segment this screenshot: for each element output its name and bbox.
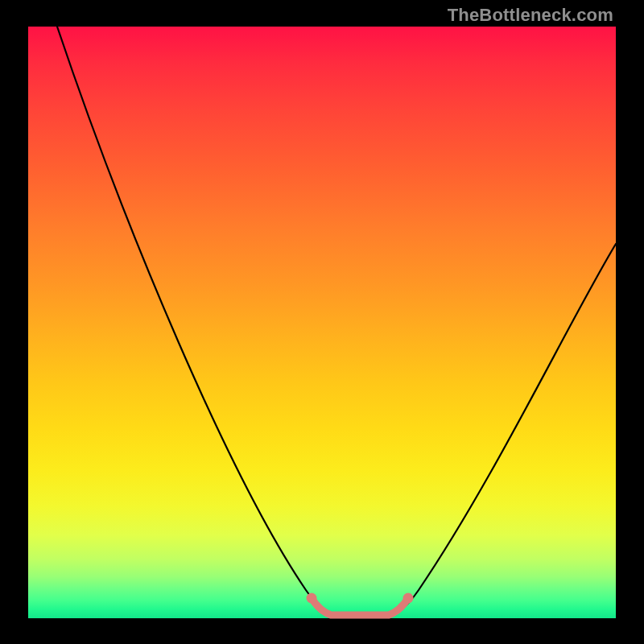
chart-frame: TheBottleneck.com — [0, 0, 644, 644]
watermark-text: TheBottleneck.com — [448, 5, 613, 26]
bottleneck-curve — [57, 27, 616, 616]
optimal-range-dot-left — [307, 593, 317, 604]
optimal-range-dot-right — [403, 593, 414, 604]
chart-svg — [28, 27, 616, 618]
optimal-range-marker — [312, 598, 408, 615]
